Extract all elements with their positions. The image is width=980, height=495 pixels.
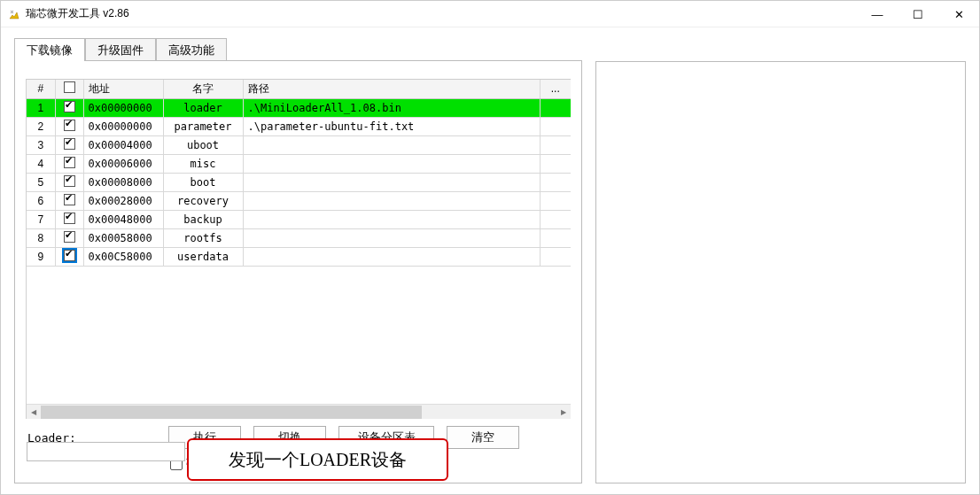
cell-address[interactable]: 0x00C58000 — [83, 247, 163, 266]
cell-address[interactable]: 0x00008000 — [83, 173, 163, 191]
cell-more[interactable] — [540, 210, 571, 228]
log-panel[interactable] — [595, 61, 966, 483]
cell-name[interactable]: uboot — [163, 135, 243, 154]
cell-path[interactable] — [243, 173, 540, 191]
cell-index: 4 — [27, 154, 55, 173]
cell-path[interactable] — [243, 210, 540, 228]
cell-path[interactable]: .\parameter-ubuntu-fit.txt — [243, 117, 540, 135]
cell-path[interactable]: .\MiniLoaderAll_1.08.bin — [243, 98, 540, 117]
cell-path[interactable] — [243, 154, 540, 173]
tab-strip: 下载镜像升级固件高级功能 — [14, 38, 582, 61]
device-status-callout: 发现一个LOADER设备 — [187, 438, 448, 481]
tab-1[interactable]: 升级固件 — [85, 38, 156, 61]
cell-checkbox[interactable] — [55, 98, 83, 117]
row-checkbox-icon[interactable] — [64, 120, 75, 131]
cell-more[interactable] — [540, 247, 571, 266]
cell-path[interactable] — [243, 191, 540, 210]
cell-name[interactable]: userdata — [163, 247, 243, 266]
cell-address[interactable]: 0x00000000 — [83, 98, 163, 117]
cell-checkbox[interactable] — [55, 210, 83, 228]
content-area: 下载镜像升级固件高级功能 # 地址 名字 路径 ... — [1, 27, 979, 494]
row-checkbox-icon[interactable] — [64, 175, 75, 187]
cell-more[interactable] — [540, 117, 571, 135]
horizontal-scrollbar[interactable]: ◀ ▶ — [27, 404, 571, 419]
cell-address[interactable]: 0x00000000 — [83, 117, 163, 135]
cell-more[interactable] — [540, 135, 571, 154]
cell-name[interactable]: boot — [163, 173, 243, 191]
cell-more[interactable] — [540, 228, 571, 247]
window-controls: — ☐ ✕ — [857, 1, 979, 27]
cell-checkbox[interactable] — [55, 135, 83, 154]
minimize-button[interactable]: — — [857, 1, 898, 27]
cell-index: 6 — [27, 191, 55, 210]
cell-more[interactable] — [540, 191, 571, 210]
app-icon — [8, 8, 20, 20]
device-status-text: 发现一个LOADER设备 — [229, 448, 407, 472]
table-row[interactable]: 20x00000000parameter.\parameter-ubuntu-f… — [27, 117, 571, 135]
cell-index: 8 — [27, 228, 55, 247]
cell-checkbox[interactable] — [55, 247, 83, 266]
close-button[interactable]: ✕ — [938, 1, 979, 27]
cell-index: 9 — [27, 247, 55, 266]
header-index[interactable]: # — [27, 80, 55, 98]
left-panel: 下载镜像升级固件高级功能 # 地址 名字 路径 ... — [14, 38, 582, 483]
cell-name[interactable]: misc — [163, 154, 243, 173]
header-name[interactable]: 名字 — [163, 80, 243, 98]
cell-more[interactable] — [540, 154, 571, 173]
table-row[interactable]: 50x00008000boot — [27, 173, 571, 191]
row-checkbox-icon[interactable] — [64, 101, 75, 112]
cell-more[interactable] — [540, 173, 571, 191]
row-checkbox-icon[interactable] — [64, 157, 75, 168]
clear-button[interactable]: 清空 — [447, 426, 519, 449]
cell-index: 3 — [27, 135, 55, 154]
cell-address[interactable]: 0x00058000 — [83, 228, 163, 247]
cell-index: 7 — [27, 210, 55, 228]
table-row[interactable]: 70x00048000backup — [27, 210, 571, 228]
cell-checkbox[interactable] — [55, 154, 83, 173]
cell-address[interactable]: 0x00006000 — [83, 154, 163, 173]
table-row[interactable]: 90x00C58000userdata — [27, 247, 571, 266]
status-strip — [27, 442, 185, 461]
cell-name[interactable]: loader — [163, 98, 243, 117]
cell-checkbox[interactable] — [55, 173, 83, 191]
table-row[interactable]: 30x00004000uboot — [27, 135, 571, 154]
cell-name[interactable]: backup — [163, 210, 243, 228]
row-checkbox-icon[interactable] — [64, 138, 75, 150]
cell-checkbox[interactable] — [55, 117, 83, 135]
maximize-button[interactable]: ☐ — [898, 1, 938, 27]
cell-checkbox[interactable] — [55, 228, 83, 247]
cell-name[interactable]: parameter — [163, 117, 243, 135]
cell-index: 1 — [27, 98, 55, 117]
row-checkbox-icon[interactable] — [64, 231, 75, 243]
cell-path[interactable] — [243, 247, 540, 266]
cell-path[interactable] — [243, 135, 540, 154]
cell-name[interactable]: rootfs — [163, 228, 243, 247]
header-checkbox-icon — [64, 81, 75, 93]
row-checkbox-icon[interactable] — [64, 250, 75, 261]
cell-checkbox[interactable] — [55, 191, 83, 210]
partition-grid: # 地址 名字 路径 ... 10x00000000loader.\MiniLo… — [26, 79, 571, 419]
cell-path[interactable] — [243, 228, 540, 247]
table-row[interactable]: 80x00058000rootfs — [27, 228, 571, 247]
header-path[interactable]: 路径 — [243, 80, 540, 98]
scroll-thumb[interactable] — [41, 406, 422, 419]
row-checkbox-icon[interactable] — [64, 213, 75, 224]
table-row[interactable]: 60x00028000recovery — [27, 191, 571, 210]
cell-address[interactable]: 0x00048000 — [83, 210, 163, 228]
cell-index: 5 — [27, 173, 55, 191]
scroll-right-arrow-icon[interactable]: ▶ — [556, 405, 571, 419]
header-checkbox[interactable] — [55, 80, 83, 98]
cell-address[interactable]: 0x00004000 — [83, 135, 163, 154]
scroll-left-arrow-icon[interactable]: ◀ — [27, 405, 41, 419]
tab-2[interactable]: 高级功能 — [156, 38, 227, 61]
table-row[interactable]: 10x00000000loader.\MiniLoaderAll_1.08.bi… — [27, 98, 571, 117]
cell-name[interactable]: recovery — [163, 191, 243, 210]
header-address[interactable]: 地址 — [83, 80, 163, 98]
table-row[interactable]: 40x00006000misc — [27, 154, 571, 173]
cell-more[interactable] — [540, 98, 571, 117]
header-more[interactable]: ... — [540, 80, 571, 98]
row-checkbox-icon[interactable] — [64, 194, 75, 205]
tab-0[interactable]: 下载镜像 — [14, 38, 85, 61]
cell-address[interactable]: 0x00028000 — [83, 191, 163, 210]
window-title: 瑞芯微开发工具 v2.86 — [26, 6, 857, 21]
